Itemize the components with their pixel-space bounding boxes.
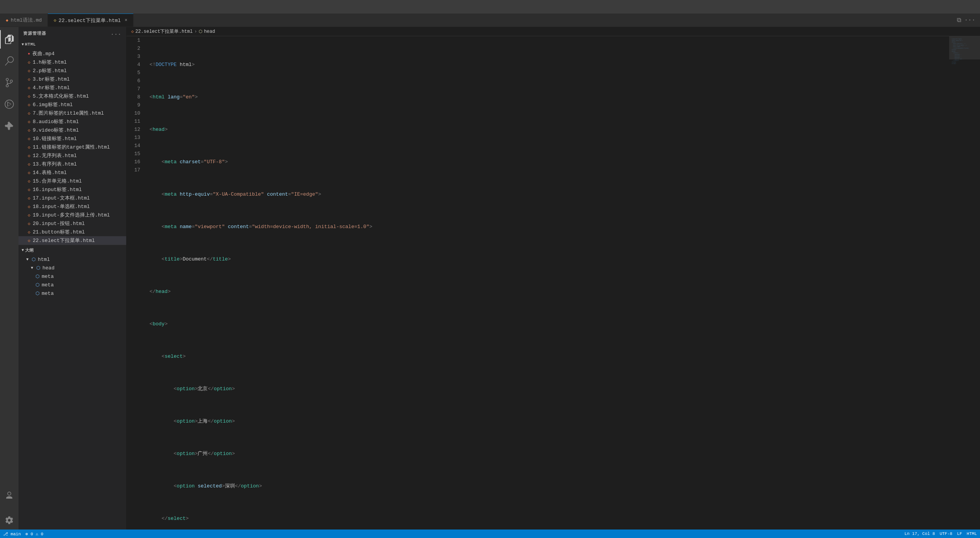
activity-run[interactable] xyxy=(0,95,19,113)
status-bar: ⎇ main ⊗ 0 ⚠ 0 Ln 17, Col 8 UTF-8 LF HTM… xyxy=(0,530,980,538)
code-line-7: <title>Document</title> xyxy=(150,255,949,263)
outline-head-chevron: ▼ xyxy=(31,266,33,270)
line-num-5: 5 xyxy=(134,69,140,77)
file-icon-18: ◇ xyxy=(28,204,30,209)
file-label-16: 16.input标签.html xyxy=(33,186,82,193)
line-num-11: 11 xyxy=(134,117,140,125)
activity-account[interactable] xyxy=(0,486,19,505)
file-label-10: 10.链接标签.html xyxy=(33,135,77,142)
breadcrumb: ◇ 22.select下拉菜单.html › ⬡ head xyxy=(127,27,980,36)
file-label-8: 8.audio标签.html xyxy=(33,118,79,125)
activity-settings[interactable] xyxy=(0,511,19,530)
main-layout: 资源管理器 ... ▼ HTML ● 夜曲.mp4 ◇ 1.h标签.html xyxy=(0,27,980,530)
file-item-13[interactable]: ◇ 13.有序列表.html xyxy=(19,160,126,168)
file-item-15[interactable]: ◇ 15.合并单元格.html xyxy=(19,177,126,185)
breadcrumb-section-icon: ⬡ xyxy=(199,29,203,34)
line-num-17: 17 xyxy=(134,166,140,174)
outline-label: 大纲 xyxy=(25,247,34,253)
explorer-more-button[interactable]: ... xyxy=(111,30,122,36)
file-item-3[interactable]: ◇ 3.br标签.html xyxy=(19,75,126,83)
file-item-17[interactable]: ◇ 17.input-文本框.html xyxy=(19,194,126,202)
outline-html-chevron: ▼ xyxy=(26,257,29,262)
line-num-7: 7 xyxy=(134,85,140,93)
code-line-10: <select> xyxy=(150,352,949,360)
file-item-11[interactable]: ◇ 11.链接标签的target属性.html xyxy=(19,143,126,151)
code-editor[interactable]: 1 2 3 4 5 6 7 8 9 10 11 12 13 14 15 16 1… xyxy=(127,36,980,530)
breadcrumb-file[interactable]: 22.select下拉菜单.html xyxy=(135,28,193,35)
file-item-6[interactable]: ◇ 6.img标签.html xyxy=(19,100,126,109)
more-actions-button[interactable]: ··· xyxy=(964,17,975,24)
outline-meta-2[interactable]: ⬡ meta xyxy=(19,281,126,289)
file-item-19[interactable]: ◇ 19.input-多文件选择上传.html xyxy=(19,211,126,219)
file-icon-1: ◇ xyxy=(28,60,30,65)
file-item-21[interactable]: ◇ 21.button标签.html xyxy=(19,228,126,236)
activity-extensions[interactable] xyxy=(0,117,19,135)
file-item-4[interactable]: ◇ 4.hr标签.html xyxy=(19,83,126,92)
tab-close-button[interactable]: × xyxy=(125,18,127,23)
folder-html[interactable]: ▼ HTML xyxy=(19,39,126,49)
file-icon-14: ◇ xyxy=(28,170,30,175)
file-item-12[interactable]: ◇ 12.无序列表.html xyxy=(19,151,126,160)
file-item-2[interactable]: ◇ 2.p标签.html xyxy=(19,66,126,75)
explorer-label: 资源管理器 xyxy=(23,30,46,36)
outline-header[interactable]: ▼ 大纲 xyxy=(19,245,126,255)
activity-bar xyxy=(0,27,19,530)
status-line-ending[interactable]: LF xyxy=(957,531,962,536)
file-item-7[interactable]: ◇ 7.图片标签的title属性.html xyxy=(19,109,126,117)
line-num-3: 3 xyxy=(134,52,140,61)
code-content[interactable]: <!DOCTYPE html> <html lang="en"> <head> … xyxy=(147,36,949,530)
file-label-0: 夜曲.mp4 xyxy=(32,50,54,57)
line-num-2: 2 xyxy=(134,44,140,52)
file-item-14[interactable]: ◇ 14.表格.html xyxy=(19,168,126,177)
file-label-12: 12.无序列表.html xyxy=(33,152,77,159)
file-label-15: 15.合并单元格.html xyxy=(33,178,82,184)
file-icon-15: ◇ xyxy=(28,179,30,184)
tab-html-grammar[interactable]: ◆ html语法.md xyxy=(0,14,48,27)
code-line-9: <body> xyxy=(150,320,949,328)
outline-chevron: ▼ xyxy=(22,248,24,252)
outline-head-label: head xyxy=(42,265,54,271)
file-icon-12: ◇ xyxy=(28,153,30,158)
outline-meta-1-icon: ⬡ xyxy=(35,274,39,279)
file-item-18[interactable]: ◇ 18.input-单选框.html xyxy=(19,202,126,211)
minimap: <!DOCTYPE html> <html lang="en"> <head> … xyxy=(949,36,980,530)
outline-meta-3-icon: ⬡ xyxy=(35,291,39,296)
file-item-1[interactable]: ◇ 1.h标签.html xyxy=(19,58,126,66)
outline-meta-3[interactable]: ⬡ meta xyxy=(19,289,126,298)
file-item-16[interactable]: ◇ 16.input标签.html xyxy=(19,185,126,194)
file-tree: ▼ HTML ● 夜曲.mp4 ◇ 1.h标签.html ◇ 2.p标签.htm… xyxy=(19,39,126,530)
file-icon-4: ◇ xyxy=(28,85,30,90)
file-label-20: 20.input-按钮.html xyxy=(33,220,85,227)
file-label-22: 22.select下拉菜单.html xyxy=(33,237,95,244)
file-item-20[interactable]: ◇ 20.input-按钮.html xyxy=(19,219,126,228)
file-icon-19: ◇ xyxy=(28,213,30,218)
file-item-8[interactable]: ◇ 8.audio标签.html xyxy=(19,117,126,126)
status-language[interactable]: HTML xyxy=(967,531,977,536)
file-item-22[interactable]: ◇ 22.select下拉菜单.html xyxy=(19,236,126,245)
outline-head[interactable]: ▼ ⬡ head xyxy=(19,264,126,272)
code-line-12: <option>上海</option> xyxy=(150,417,949,425)
activity-search[interactable] xyxy=(0,52,19,70)
file-item-5[interactable]: ◇ 5.文本格式化标签.html xyxy=(19,92,126,100)
file-item-0[interactable]: ● 夜曲.mp4 xyxy=(19,49,126,58)
activity-source-control[interactable] xyxy=(0,73,19,92)
file-item-9[interactable]: ◇ 9.video标签.html xyxy=(19,126,126,134)
outline-html[interactable]: ▼ ⬡ html xyxy=(19,255,126,264)
split-editor-button[interactable]: ⧉ xyxy=(957,17,961,24)
file-label-13: 13.有序列表.html xyxy=(33,161,77,167)
status-position[interactable]: Ln 17, Col 8 xyxy=(904,531,935,536)
status-encoding[interactable]: UTF-8 xyxy=(939,531,952,536)
status-errors[interactable]: ⊗ 0 ⚠ 0 xyxy=(25,531,43,536)
tab-select[interactable]: ◇ 22.select下拉菜单.html × xyxy=(48,14,133,27)
file-item-10[interactable]: ◇ 10.链接标签.html xyxy=(19,134,126,143)
activity-explorer[interactable] xyxy=(0,30,19,49)
file-label-11: 11.链接标签的target属性.html xyxy=(33,144,110,151)
line-num-6: 6 xyxy=(134,77,140,85)
breadcrumb-section[interactable]: head xyxy=(204,29,215,34)
line-num-13: 13 xyxy=(134,134,140,142)
outline-meta-1[interactable]: ⬡ meta xyxy=(19,272,126,281)
status-bar-right: Ln 17, Col 8 UTF-8 LF HTML xyxy=(904,531,977,536)
status-branch[interactable]: ⎇ main xyxy=(3,531,21,536)
line-num-12: 12 xyxy=(134,125,140,134)
file-label-14: 14.表格.html xyxy=(33,169,67,176)
